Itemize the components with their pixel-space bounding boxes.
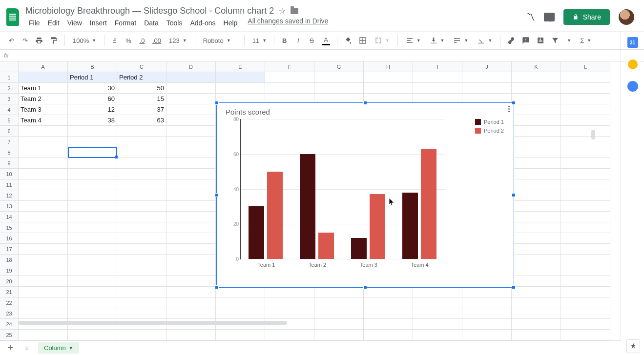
col-header-F[interactable]: F: [265, 61, 314, 72]
cell-K25[interactable]: [512, 330, 561, 340]
col-header-J[interactable]: J: [462, 61, 512, 72]
row-header-1[interactable]: 1: [0, 72, 19, 83]
cell-A17[interactable]: [19, 244, 68, 255]
cell-B25[interactable]: [68, 330, 117, 340]
cell-A11[interactable]: [19, 179, 68, 190]
save-status[interactable]: All changes saved in Drive: [248, 17, 328, 29]
cell-L22[interactable]: [561, 297, 610, 308]
cell-L18[interactable]: [561, 255, 610, 265]
cell-D2[interactable]: [166, 83, 216, 94]
cell-B4[interactable]: 12: [68, 104, 117, 115]
cell-C2[interactable]: 50: [117, 83, 166, 94]
print-button[interactable]: [33, 34, 45, 47]
cell-A4[interactable]: Team 3: [19, 104, 68, 115]
col-header-L[interactable]: L: [561, 61, 610, 72]
cell-D14[interactable]: [166, 212, 216, 222]
cell-D1[interactable]: [166, 72, 216, 83]
row-header-2[interactable]: 2: [0, 83, 19, 94]
filter-button[interactable]: [549, 34, 561, 47]
cell-I22[interactable]: [413, 297, 462, 308]
cell-K12[interactable]: [512, 190, 561, 201]
row-header-21[interactable]: 21: [0, 287, 19, 297]
cell-L25[interactable]: [561, 330, 610, 340]
row-header-15[interactable]: 15: [0, 222, 19, 233]
move-folder-icon[interactable]: [291, 8, 298, 14]
cell-A8[interactable]: [19, 147, 68, 158]
doc-title[interactable]: Microbiology Breakthrough — Slidesgo Sch…: [25, 6, 274, 16]
col-header-I[interactable]: I: [413, 61, 462, 72]
cell-H2[interactable]: [364, 83, 413, 94]
resize-handle-n[interactable]: [363, 101, 367, 105]
cell-B3[interactable]: 60: [68, 94, 117, 104]
cell-F21[interactable]: [265, 287, 314, 297]
cell-D20[interactable]: [166, 276, 216, 287]
cell-A1[interactable]: [19, 72, 68, 83]
cell-K4[interactable]: [512, 104, 561, 115]
cell-J25[interactable]: [462, 330, 512, 340]
horizontal-scrollbar[interactable]: [19, 321, 591, 326]
cell-C14[interactable]: [117, 212, 166, 222]
cell-A23[interactable]: [19, 308, 68, 319]
cell-K5[interactable]: [512, 115, 561, 126]
cell-J22[interactable]: [462, 297, 512, 308]
cell-I23[interactable]: [413, 308, 462, 319]
merge-dropdown[interactable]: ▼: [372, 37, 393, 44]
bar-Team 3-Period 1[interactable]: [351, 238, 367, 259]
cell-A10[interactable]: [19, 169, 68, 179]
formula-bar[interactable]: fx: [0, 50, 644, 61]
wrap-dropdown[interactable]: ▼: [450, 37, 471, 44]
format-percent-button[interactable]: %: [123, 34, 134, 47]
cell-C13[interactable]: [117, 201, 166, 212]
bar-Team 2-Period 2[interactable]: [318, 233, 334, 259]
embedded-chart[interactable]: Points scored 020406080Team 1Team 2Team …: [216, 102, 514, 288]
cell-I1[interactable]: [413, 72, 462, 83]
more-formats-dropdown[interactable]: 123▼: [166, 37, 190, 44]
resize-handle-sw[interactable]: [215, 285, 219, 289]
cell-L7[interactable]: [561, 137, 610, 147]
cell-L17[interactable]: [561, 244, 610, 255]
cell-B10[interactable]: [68, 169, 117, 179]
cell-L14[interactable]: [561, 212, 610, 222]
cell-F23[interactable]: [265, 308, 314, 319]
cell-C4[interactable]: 37: [117, 104, 166, 115]
cell-H23[interactable]: [364, 308, 413, 319]
cell-B13[interactable]: [68, 201, 117, 212]
cell-D22[interactable]: [166, 297, 216, 308]
cell-D4[interactable]: [166, 104, 216, 115]
font-size-dropdown[interactable]: 11▼: [249, 37, 269, 44]
cell-K1[interactable]: [512, 72, 561, 83]
cell-C22[interactable]: [117, 297, 166, 308]
cell-A22[interactable]: [19, 297, 68, 308]
menu-help[interactable]: Help: [220, 17, 241, 29]
resize-handle-w[interactable]: [215, 193, 219, 197]
cell-C15[interactable]: [117, 222, 166, 233]
cell-B16[interactable]: [68, 233, 117, 244]
menu-format[interactable]: Format: [111, 17, 140, 29]
cell-B21[interactable]: [68, 287, 117, 297]
bar-Team 1-Period 2[interactable]: [267, 172, 283, 259]
cell-F22[interactable]: [265, 297, 314, 308]
cell-K13[interactable]: [512, 201, 561, 212]
cell-L6[interactable]: [561, 126, 610, 137]
cell-G2[interactable]: [314, 83, 364, 94]
cell-D19[interactable]: [166, 265, 216, 276]
cell-G25[interactable]: [314, 330, 364, 340]
select-all-corner[interactable]: [0, 61, 19, 72]
col-header-B[interactable]: B: [68, 61, 117, 72]
cell-C7[interactable]: [117, 137, 166, 147]
cell-A9[interactable]: [19, 158, 68, 169]
cell-B15[interactable]: [68, 222, 117, 233]
col-header-C[interactable]: C: [117, 61, 166, 72]
cell-G1[interactable]: [314, 72, 364, 83]
row-header-3[interactable]: 3: [0, 94, 19, 104]
row-header-10[interactable]: 10: [0, 169, 19, 179]
cell-H1[interactable]: [364, 72, 413, 83]
cell-L21[interactable]: [561, 287, 610, 297]
cell-E25[interactable]: [216, 330, 265, 340]
increase-decimal-button[interactable]: .00: [150, 34, 163, 47]
cell-A18[interactable]: [19, 255, 68, 265]
cell-F2[interactable]: [265, 83, 314, 94]
sheet-tab-column[interactable]: Column ▼: [38, 342, 79, 354]
cell-D13[interactable]: [166, 201, 216, 212]
text-color-button[interactable]: A: [320, 34, 332, 47]
